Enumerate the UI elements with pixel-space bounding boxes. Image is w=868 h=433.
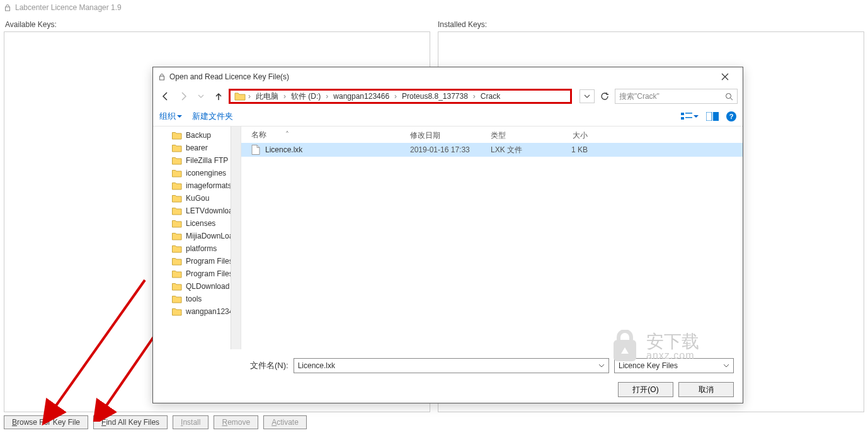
svg-rect-0 [6, 7, 10, 11]
sidebar-item[interactable]: Backup [153, 129, 241, 142]
organize-button[interactable]: 组织 [159, 111, 182, 122]
col-name[interactable]: 名称˄ [241, 127, 400, 143]
filename-input[interactable]: Licence.lxk [294, 358, 609, 373]
chevron-down-icon [598, 363, 605, 369]
search-placeholder: 搜索"Crack" [619, 91, 660, 102]
svg-line-5 [731, 98, 733, 100]
sidebar-item-label: KuGou [186, 194, 209, 203]
file-list[interactable]: 名称˄ 修改日期 类型 大小 Licence.lxk2019-01-16 17:… [241, 127, 743, 349]
breadcrumb[interactable]: › 此电脑› 软件 (D:)› wangpan123466› Proteus8.… [229, 89, 572, 104]
sidebar[interactable]: BackupbearerFileZilla FTP Clienticonengi… [153, 127, 241, 349]
svg-point-4 [726, 93, 731, 98]
sidebar-item[interactable]: imageformats [153, 179, 241, 192]
svg-rect-9 [685, 117, 692, 118]
file-type: LXK 文件 [481, 145, 555, 155]
dialog-body: BackupbearerFileZilla FTP Clienticonengi… [153, 127, 743, 349]
refresh-button[interactable] [597, 89, 612, 103]
folder-icon [172, 132, 182, 140]
filename-label: 文件名(N): [162, 360, 288, 371]
sidebar-item[interactable]: FileZilla FTP Client [153, 154, 241, 167]
file-dialog: Open and Read Licence Key File(s) › 此电脑›… [152, 67, 743, 403]
sidebar-item[interactable]: KuGou [153, 192, 241, 205]
file-date: 2019-01-16 17:33 [400, 145, 481, 154]
crumb-folder2[interactable]: Proteus8.8_137738 [399, 92, 471, 101]
col-type[interactable]: 类型 [481, 127, 555, 143]
file-icon [251, 145, 260, 155]
column-headers[interactable]: 名称˄ 修改日期 类型 大小 [241, 127, 743, 143]
chevron-down-icon [723, 363, 729, 369]
sidebar-item[interactable]: platforms [153, 242, 241, 255]
sidebar-item-label: platforms [186, 244, 217, 253]
sidebar-item[interactable]: iconengines [153, 167, 241, 179]
help-button[interactable]: ? [726, 111, 736, 121]
col-date[interactable]: 修改日期 [400, 127, 481, 143]
crumb-drive[interactable]: 软件 (D:) [288, 91, 323, 102]
sidebar-item[interactable]: wangpan123466 [153, 305, 241, 318]
sidebar-item-label: tools [186, 295, 202, 303]
sort-caret-icon: ˄ [285, 130, 289, 139]
lock-icon [4, 4, 11, 11]
folder-icon [172, 169, 182, 177]
sidebar-item[interactable]: QLDownload [153, 280, 241, 293]
folder-icon [172, 157, 182, 165]
lock-icon [158, 73, 166, 81]
sidebar-item[interactable]: Program Files [153, 255, 241, 267]
recent-dropdown[interactable] [193, 89, 208, 104]
remove-button[interactable]: Remove [214, 415, 258, 429]
install-button[interactable]: Install [173, 415, 208, 429]
nav-row: › 此电脑› 软件 (D:)› wangpan123466› Proteus8.… [153, 86, 743, 106]
search-input[interactable]: 搜索"Crack" [615, 89, 738, 104]
close-button[interactable] [712, 68, 738, 86]
find-all-button[interactable]: Find All Key Files [93, 415, 168, 429]
file-size: 1 KB [555, 145, 599, 154]
dialog-title: Open and Read Licence Key File(s) [169, 72, 289, 81]
sidebar-item-label: Program Files (x86) [186, 269, 241, 278]
forward-button[interactable] [176, 89, 191, 104]
sidebar-item[interactable]: LETVdownload [153, 205, 241, 217]
sidebar-item[interactable]: tools [153, 293, 241, 305]
search-icon [725, 93, 733, 101]
dialog-footer: 文件名(N): Licence.lxk Licence Key Files 打开… [153, 349, 743, 403]
activate-button[interactable]: Activate [263, 415, 307, 429]
col-size[interactable]: 大小 [555, 127, 599, 143]
open-button[interactable]: 打开(O) [618, 382, 673, 397]
crumb-folder3[interactable]: Crack [478, 92, 503, 101]
up-button[interactable] [211, 89, 226, 104]
sidebar-item-label: iconengines [186, 169, 226, 177]
view-button[interactable] [681, 112, 699, 121]
folder-icon [172, 220, 182, 228]
file-row[interactable]: Licence.lxk2019-01-16 17:33LXK 文件1 KB [241, 143, 743, 157]
svg-rect-6 [681, 113, 684, 115]
back-button[interactable] [158, 89, 173, 104]
crumb-folder1[interactable]: wangpan123466 [331, 92, 392, 101]
breadcrumb-dropdown[interactable] [580, 89, 595, 103]
folder-icon [172, 270, 182, 278]
folder-icon [172, 295, 182, 303]
installed-keys-label: Installed Keys: [431, 20, 864, 29]
filetype-select[interactable]: Licence Key Files [614, 358, 734, 373]
sidebar-item[interactable]: Licenses [153, 217, 241, 230]
sidebar-item-label: imageformats [186, 181, 232, 190]
sidebar-item[interactable]: bearer [153, 142, 241, 154]
svg-rect-7 [685, 113, 692, 114]
cancel-button[interactable]: 取消 [678, 382, 734, 397]
dialog-toolbar: 组织 新建文件夹 ? [153, 106, 743, 127]
sidebar-item-label: FileZilla FTP Client [186, 156, 241, 165]
crumb-pc[interactable]: 此电脑 [253, 91, 281, 102]
sidebar-item-label: QLDownload [186, 282, 229, 291]
sidebar-item[interactable]: Program Files (x86) [153, 267, 241, 280]
sidebar-item-label: Program Files [186, 257, 233, 266]
sidebar-item-label: wangpan123466 [186, 307, 241, 316]
file-name: Licence.lxk [265, 145, 302, 154]
preview-button[interactable] [706, 112, 719, 121]
sidebar-item[interactable]: MijiaDownLoad [153, 230, 241, 242]
main-bottom-buttons: Browse For Key File Find All Key Files I… [4, 415, 307, 429]
sidebar-item-label: Backup [186, 131, 211, 140]
folder-icon [172, 144, 182, 152]
browse-button[interactable]: Browse For Key File [4, 415, 88, 429]
new-folder-button[interactable]: 新建文件夹 [192, 111, 233, 122]
folder-icon [172, 245, 182, 253]
folder-icon [172, 283, 182, 291]
dialog-titlebar: Open and Read Licence Key File(s) [153, 67, 743, 86]
main-titlebar: Labcenter Licence Manager 1.9 [0, 0, 868, 15]
